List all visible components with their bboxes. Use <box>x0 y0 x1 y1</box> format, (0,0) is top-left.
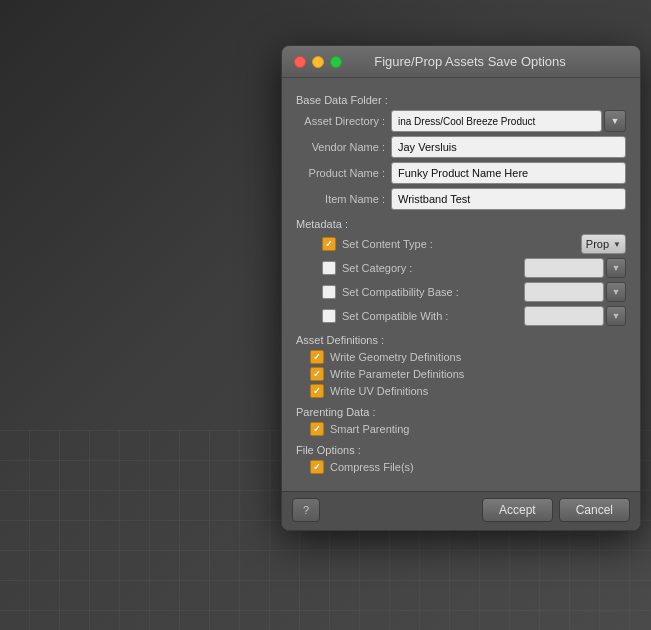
base-data-folder-label: Base Data Folder : <box>296 94 626 106</box>
set-category-row: Set Category : ▼ <box>296 258 626 278</box>
cancel-button[interactable]: Cancel <box>559 498 630 522</box>
compress-files-checkbox[interactable] <box>310 460 324 474</box>
content-type-arrow-icon: ▼ <box>613 240 621 249</box>
vendor-name-label: Vendor Name : <box>296 141 391 153</box>
smart-parenting-label: Smart Parenting <box>330 423 409 435</box>
file-options-label: File Options : <box>296 444 626 456</box>
dialog-window: Figure/Prop Assets Save Options Base Dat… <box>281 45 641 531</box>
asset-directory-row: Asset Directory : ▼ <box>296 110 626 132</box>
help-button[interactable]: ? <box>292 498 320 522</box>
set-compatible-with-input[interactable] <box>524 306 604 326</box>
set-compatible-with-row: Set Compatible With : ▼ <box>296 306 626 326</box>
set-content-type-label: Set Content Type : <box>342 238 433 250</box>
item-name-label: Item Name : <box>296 193 391 205</box>
dialog-body: Base Data Folder : Asset Directory : ▼ V… <box>282 78 640 491</box>
set-category-label: Set Category : <box>342 262 412 274</box>
write-parameter-checkbox[interactable] <box>310 367 324 381</box>
accept-button[interactable]: Accept <box>482 498 553 522</box>
set-compatibility-base-checkbox[interactable] <box>322 285 336 299</box>
vendor-name-input[interactable] <box>391 136 626 158</box>
product-name-label: Product Name : <box>296 167 391 179</box>
close-button[interactable] <box>294 56 306 68</box>
set-content-type-row: Set Content Type : Prop ▼ <box>296 234 626 254</box>
set-compatibility-base-label: Set Compatibility Base : <box>342 286 459 298</box>
asset-directory-input[interactable] <box>391 110 602 132</box>
dialog-title: Figure/Prop Assets Save Options <box>312 54 628 69</box>
vendor-name-row: Vendor Name : <box>296 136 626 158</box>
parenting-data-label: Parenting Data : <box>296 406 626 418</box>
content-type-dropdown[interactable]: Prop ▼ <box>581 234 626 254</box>
product-name-input[interactable] <box>391 162 626 184</box>
asset-definitions-label: Asset Definitions : <box>296 334 626 346</box>
item-name-row: Item Name : <box>296 188 626 210</box>
set-compatible-with-label: Set Compatible With : <box>342 310 448 322</box>
set-compatible-with-dropdown-btn[interactable]: ▼ <box>606 306 626 326</box>
set-category-dropdown-btn[interactable]: ▼ <box>606 258 626 278</box>
write-geometry-checkbox[interactable] <box>310 350 324 364</box>
set-category-input[interactable] <box>524 258 604 278</box>
write-uv-row: Write UV Definitions <box>296 384 626 398</box>
product-name-row: Product Name : <box>296 162 626 184</box>
write-uv-label: Write UV Definitions <box>330 385 428 397</box>
write-parameter-label: Write Parameter Definitions <box>330 368 464 380</box>
write-uv-checkbox[interactable] <box>310 384 324 398</box>
write-geometry-row: Write Geometry Definitions <box>296 350 626 364</box>
set-content-type-checkbox[interactable] <box>322 237 336 251</box>
asset-directory-dropdown-btn[interactable]: ▼ <box>604 110 626 132</box>
bottom-bar: ? Accept Cancel <box>282 491 640 530</box>
write-geometry-label: Write Geometry Definitions <box>330 351 461 363</box>
asset-directory-field-group: ▼ <box>391 110 626 132</box>
compress-files-row: Compress File(s) <box>296 460 626 474</box>
title-bar: Figure/Prop Assets Save Options <box>282 46 640 78</box>
write-parameter-row: Write Parameter Definitions <box>296 367 626 381</box>
set-compatible-with-checkbox[interactable] <box>322 309 336 323</box>
set-category-checkbox[interactable] <box>322 261 336 275</box>
item-name-input[interactable] <box>391 188 626 210</box>
set-compatibility-base-row: Set Compatibility Base : ▼ <box>296 282 626 302</box>
metadata-section-label: Metadata : <box>296 218 626 230</box>
content-type-value: Prop <box>586 238 609 250</box>
compress-files-label: Compress File(s) <box>330 461 414 473</box>
set-compatibility-base-dropdown-btn[interactable]: ▼ <box>606 282 626 302</box>
asset-directory-label: Asset Directory : <box>296 115 391 127</box>
set-compatibility-base-input[interactable] <box>524 282 604 302</box>
smart-parenting-row: Smart Parenting <box>296 422 626 436</box>
smart-parenting-checkbox[interactable] <box>310 422 324 436</box>
